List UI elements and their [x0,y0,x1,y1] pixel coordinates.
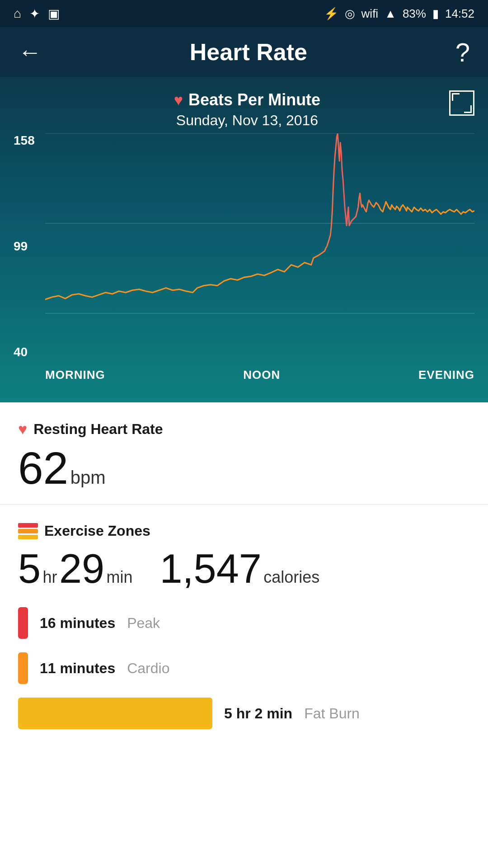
zones-minutes: 29 [59,546,104,591]
time-display: 14:52 [445,7,474,21]
page-title: Heart Rate [190,38,307,66]
zone-peak-minutes: 16 minutes [40,615,115,632]
zone-cardio-minutes: 11 minutes [40,660,115,677]
battery-percent: 83% [403,7,426,21]
zones-calories-value: 1,547 [160,546,262,591]
y-label-max: 158 [14,133,41,148]
zone-bar-cardio [18,652,28,684]
x-label-noon: NOON [243,368,280,382]
zones-calories-group: 1,547 calories [160,548,320,589]
zones-label: Exercise Zones [44,523,150,539]
app-header: ← Heart Rate ? [0,27,488,77]
battery-icon: ▮ [432,7,439,21]
resting-bpm-unit: bpm [70,467,106,487]
zones-hours: 5 [18,546,41,591]
zones-duration: 5 hr 29 min [18,548,133,589]
zone-peak-type: Peak [127,615,160,632]
resting-label: Resting Heart Rate [33,421,163,438]
zones-hours-unit: hr [43,568,57,586]
zones-icon-fatburn [18,535,38,539]
x-label-morning: MORNING [45,368,105,382]
status-bar-left: ⌂ ✦ ▣ [14,6,60,21]
status-bar: ⌂ ✦ ▣ ⚡ ◎ wifi ▲ 83% ▮ 14:52 [0,0,488,27]
zone-item-cardio: 11 minutes Cardio [18,652,470,684]
zones-icon-peak [18,523,38,528]
zones-summary: 5 hr 29 min 1,547 calories [18,548,470,589]
x-label-evening: EVENING [418,368,474,382]
chart-x-labels: MORNING NOON EVENING [45,368,474,382]
y-label-mid: 99 [14,239,41,254]
zone-item-peak: 16 minutes Peak [18,607,470,639]
chart-date: Sunday, Nov 13, 2016 [45,112,449,129]
chart-inner: 158 99 40 [14,133,474,387]
zones-icon [18,523,38,539]
resting-heart-rate-section: ♥ Resting Heart Rate 62 bpm [0,402,488,505]
bluetooth-icon: ⚡ [324,7,338,21]
signal-icon: ▲ [385,7,396,21]
chart-canvas [45,133,474,359]
exercise-zones-section: Exercise Zones 5 hr 29 min 1,547 calorie… [0,505,488,761]
heart-rate-chart-section: ♥ Beats Per Minute Sunday, Nov 13, 2016 … [0,77,488,402]
chart-title-group: ♥ Beats Per Minute Sunday, Nov 13, 2016 [45,90,449,129]
back-button[interactable]: ← [18,38,42,66]
zone-bar-peak [18,607,28,639]
expand-corners-icon [452,93,472,113]
zones-icon-cardio [18,529,38,533]
heart-icon-resting: ♥ [18,420,27,438]
sync-icon: ✦ [29,6,40,21]
zone-cardio-type: Cardio [127,660,169,677]
zone-bar-fatburn [18,698,212,729]
zone-fatburn-type: Fat Burn [304,705,360,722]
resting-value-row: 62 bpm [18,445,470,491]
chart-header: ♥ Beats Per Minute Sunday, Nov 13, 2016 [14,90,474,129]
resting-bpm-value: 62 [18,443,68,493]
alarm-icon: ◎ [345,7,355,21]
zones-header: Exercise Zones [18,523,470,539]
heart-icon-chart: ♥ [174,91,183,109]
zones-calories-unit: calories [263,568,319,586]
zone-item-fatburn: 5 hr 2 min Fat Burn [18,698,470,729]
home-icon: ⌂ [14,6,21,21]
resting-header: ♥ Resting Heart Rate [18,420,470,438]
zone-fatburn-minutes: 5 hr 2 min [224,705,292,722]
zones-minutes-unit: min [107,568,133,586]
chart-y-labels: 158 99 40 [14,133,41,387]
chart-title: ♥ Beats Per Minute [45,90,449,109]
image-icon: ▣ [48,6,60,21]
y-label-min: 40 [14,345,41,359]
status-bar-right: ⚡ ◎ wifi ▲ 83% ▮ 14:52 [324,7,474,21]
help-button[interactable]: ? [455,37,470,67]
heart-rate-svg [45,133,474,359]
expand-button[interactable] [449,90,474,116]
metric-label: Beats Per Minute [188,90,320,109]
wifi-icon: wifi [361,7,379,21]
